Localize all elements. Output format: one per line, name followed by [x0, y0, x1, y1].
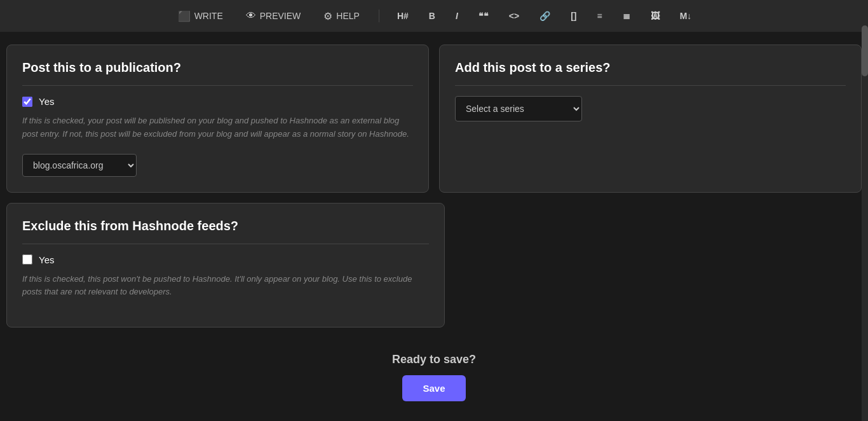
- empty-right-column: [455, 203, 862, 328]
- publication-card-title: Post this to a publication?: [22, 60, 413, 86]
- publication-select[interactable]: blog.oscafrica.org: [22, 154, 137, 177]
- exclude-description: If this is checked, this post won't be p…: [22, 273, 429, 300]
- exclude-card: Exclude this from Hashnode feeds? Yes If…: [6, 203, 445, 328]
- scrollbar-thumb[interactable]: [862, 25, 868, 76]
- bottom-cards-row: Exclude this from Hashnode feeds? Yes If…: [6, 203, 862, 328]
- preview-tab[interactable]: 👁 PREVIEW: [240, 6, 308, 25]
- preview-icon: 👁: [246, 10, 256, 22]
- exclude-checkbox-row: Yes: [22, 254, 429, 265]
- exclude-checkbox-label[interactable]: Yes: [39, 254, 54, 265]
- main-content: Post this to a publication? Yes If this …: [0, 32, 868, 421]
- ordered-list-button[interactable]: ≣: [618, 8, 635, 24]
- bold-button[interactable]: B: [424, 8, 440, 24]
- code-button[interactable]: <>: [504, 8, 524, 24]
- help-tab[interactable]: ⚙ HELP: [317, 6, 366, 26]
- scrollbar-track[interactable]: [862, 0, 868, 421]
- write-tab[interactable]: ⬛ WRITE: [172, 6, 229, 26]
- top-cards-row: Post this to a publication? Yes If this …: [6, 45, 862, 193]
- publication-checkbox[interactable]: [22, 97, 32, 107]
- help-label: HELP: [336, 11, 360, 21]
- markdown-button[interactable]: M↓: [675, 8, 697, 24]
- main-toolbar: ⬛ WRITE 👁 PREVIEW ⚙ HELP H# B I ❝❝ <> 🔗 …: [0, 0, 868, 32]
- exclude-checkbox[interactable]: [22, 254, 32, 265]
- write-icon: ⬛: [178, 10, 191, 22]
- bracket-button[interactable]: []: [566, 8, 581, 24]
- link-button[interactable]: 🔗: [534, 8, 555, 24]
- publication-description: If this is checked, your post will be pu…: [22, 114, 413, 141]
- ready-to-save-title: Ready to save?: [19, 353, 849, 366]
- series-card-title: Add this post to a series?: [455, 60, 846, 86]
- write-label: WRITE: [194, 11, 223, 21]
- series-card: Add this post to a series? Select a seri…: [439, 45, 862, 193]
- exclude-card-title: Exclude this from Hashnode feeds?: [22, 219, 429, 244]
- quote-button[interactable]: ❝❝: [473, 8, 494, 24]
- bottom-section: Exclude this from Hashnode feeds? Yes If…: [6, 203, 862, 328]
- heading-button[interactable]: H#: [392, 8, 414, 24]
- italic-button[interactable]: I: [451, 8, 463, 24]
- unordered-list-button[interactable]: ≡: [592, 8, 607, 24]
- ready-to-save-section: Ready to save? Save: [6, 340, 862, 414]
- preview-label: PREVIEW: [260, 11, 301, 21]
- publication-checkbox-label[interactable]: Yes: [39, 96, 54, 107]
- publication-card: Post this to a publication? Yes If this …: [6, 45, 429, 193]
- image-button[interactable]: 🖼: [646, 8, 665, 24]
- help-icon: ⚙: [323, 10, 332, 22]
- publication-checkbox-row: Yes: [22, 96, 413, 107]
- toolbar-divider: [379, 10, 379, 22]
- series-select[interactable]: Select a series: [455, 96, 582, 121]
- save-button[interactable]: Save: [402, 375, 465, 401]
